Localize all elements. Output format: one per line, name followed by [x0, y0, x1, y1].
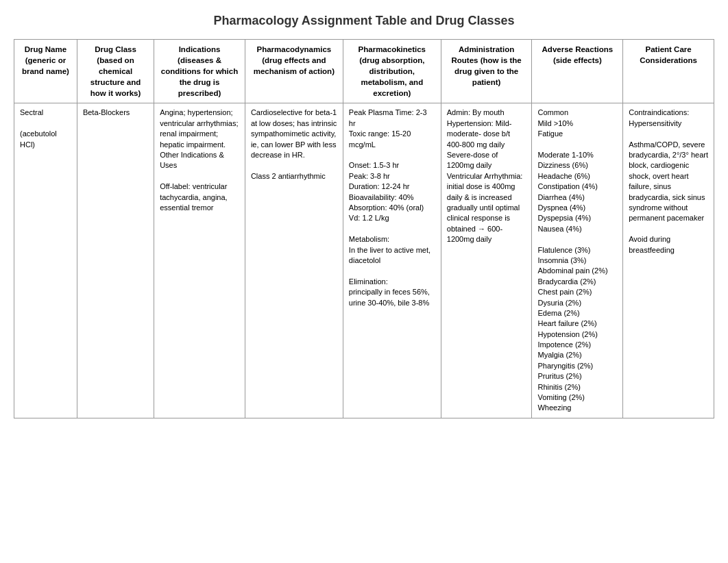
table-row: Sectral(acebutolol HCl)Beta-BlockersAngi… [14, 103, 714, 418]
header-pharmacodynamics: Pharmacodynamics (drug effects and mecha… [245, 40, 343, 103]
header-drug-name: Drug Name (generic or brand name) [14, 40, 77, 103]
header-adverse: Adverse Reactions (side effects) [532, 40, 623, 103]
header-pharmacokinetics: Pharmacokinetics (drug absorption, distr… [343, 40, 441, 103]
cell-adverse: CommonMild >10%FatigueModerate 1-10%Dizz… [532, 103, 623, 418]
page-title: Pharmacology Assignment Table and Drug C… [14, 14, 714, 28]
cell-indications: Angina; hypertension; ventricular arrhyt… [154, 103, 245, 418]
cell-patient_care: Contraindications: HypersensitivityAsthm… [623, 103, 714, 418]
header-administration: Administration Routes (how is the drug g… [441, 40, 532, 103]
pharmacology-table: Drug Name (generic or brand name) Drug C… [14, 39, 714, 418]
cell-drug_class: Beta-Blockers [77, 103, 154, 418]
header-indications: Indications (diseases & conditions for w… [154, 40, 245, 103]
header-patient-care: Patient Care Considerations [623, 40, 714, 103]
table-header-row: Drug Name (generic or brand name) Drug C… [14, 40, 714, 103]
cell-administration: Admin: By mouthHypertension: Mild-modera… [441, 103, 532, 418]
cell-pharmacodynamics: Cardioselective for beta-1 at low doses;… [245, 103, 343, 418]
header-drug-class: Drug Class (based on chemical structure … [77, 40, 154, 103]
cell-drug_name: Sectral(acebutolol HCl) [14, 103, 77, 418]
cell-pharmacokinetics: Peak Plasma Time: 2-3 hrToxic range: 15-… [343, 103, 441, 418]
